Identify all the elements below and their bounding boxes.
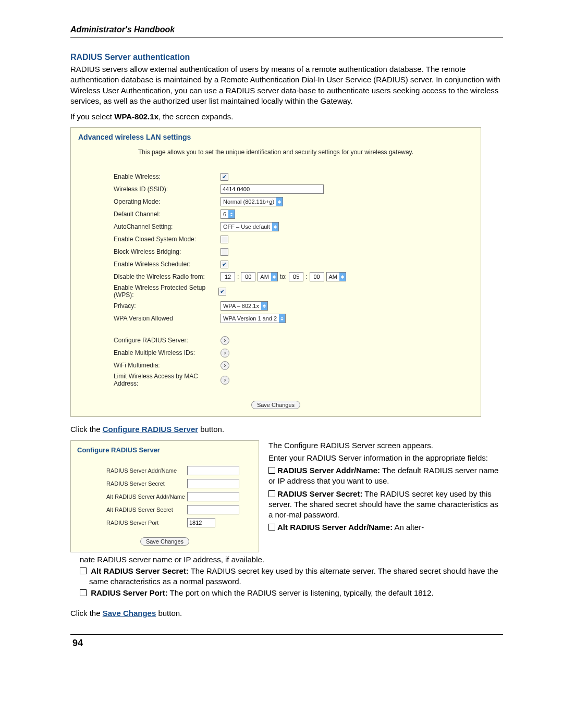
chevron-updown-icon bbox=[339, 273, 346, 281]
click-configure-line: Click the Configure RADIUS Server button… bbox=[70, 424, 503, 435]
bullet-icon bbox=[80, 567, 87, 574]
block-bridging-label: Block Wireless Bridging: bbox=[114, 248, 221, 255]
radius-addr-label: RADIUS Server Addr/Name bbox=[106, 467, 187, 474]
configure-radius-button[interactable] bbox=[221, 336, 229, 345]
mac-limit-label: Limit Wireless Access by MAC Address: bbox=[114, 373, 221, 387]
wps-checkbox[interactable] bbox=[218, 288, 226, 295]
alt-addr-input[interactable] bbox=[187, 492, 239, 501]
enable-wireless-label: Enable Wireless: bbox=[114, 173, 221, 180]
bullet-port: RADIUS Server Port: The port on which th… bbox=[70, 588, 503, 598]
multi-ssid-label: Enable Multiple Wireless IDs: bbox=[114, 349, 221, 356]
chevron-updown-icon bbox=[271, 273, 277, 281]
bullet-secret: RADIUS Server Secret: The RADIUS secret … bbox=[268, 489, 503, 521]
privacy-select[interactable]: WPA – 802.1x bbox=[221, 301, 268, 311]
chevron-updown-icon bbox=[279, 314, 285, 323]
ssid-label: Wireless ID (SSID): bbox=[114, 186, 221, 193]
radius-port-label: RADIUS Server Port bbox=[106, 520, 187, 526]
from-ampm-select[interactable]: AM bbox=[258, 272, 278, 281]
right-line1: The Configure RADIUS Server screen appea… bbox=[268, 440, 503, 451]
alt-secret-input[interactable] bbox=[187, 505, 239, 514]
panel1-subtitle: This page allows you to set the unique i… bbox=[78, 149, 473, 156]
configure-radius-panel: Configure RADIUS Server RADIUS Server Ad… bbox=[70, 440, 259, 552]
block-bridging-checkbox[interactable] bbox=[221, 248, 228, 256]
right-line2: Enter your RADIUS Server information in … bbox=[268, 453, 503, 463]
save-changes-button-2[interactable]: Save Changes bbox=[140, 537, 189, 546]
bullet-icon bbox=[268, 524, 275, 530]
alt-secret-label: Alt RADIUS Server Secret bbox=[106, 507, 187, 513]
mac-limit-button[interactable] bbox=[221, 376, 229, 385]
section-heading: RADIUS Server authentication bbox=[70, 53, 503, 62]
chevron-updown-icon bbox=[276, 198, 283, 206]
alt-addr-label: Alt RADIUS Server Addr/Name bbox=[106, 493, 187, 500]
select-mode: WPA-802.1x bbox=[114, 112, 158, 121]
default-channel-select[interactable]: 6 bbox=[221, 209, 235, 219]
privacy-label: Privacy: bbox=[114, 302, 221, 310]
chevron-updown-icon bbox=[272, 223, 278, 231]
from-hour-input[interactable] bbox=[221, 272, 235, 281]
to-hour-input[interactable] bbox=[289, 272, 303, 281]
chevron-updown-icon bbox=[228, 210, 235, 218]
bullet-icon bbox=[80, 589, 87, 596]
closed-system-checkbox[interactable] bbox=[221, 236, 228, 243]
disable-from-label: Disable the Wireless Radio from: bbox=[114, 273, 221, 280]
cont-line1: nate RADIUS server name or IP address, i… bbox=[70, 554, 503, 565]
click-save-line: Click the Save Changes button. bbox=[70, 608, 503, 619]
wpa-version-label: WPA Version Allowed bbox=[114, 315, 221, 322]
right-text: The Configure RADIUS Server screen appea… bbox=[268, 440, 503, 535]
default-channel-label: Default Channel: bbox=[114, 211, 221, 218]
book-title: Administrator's Handbook bbox=[70, 25, 503, 34]
radius-addr-input[interactable] bbox=[187, 466, 239, 475]
autochannel-select[interactable]: OFF – Use default bbox=[221, 222, 279, 231]
panel2-title: Configure RADIUS Server bbox=[77, 446, 252, 454]
panel1-title: Advanced wireless LAN settings bbox=[78, 133, 473, 141]
wmm-button[interactable] bbox=[221, 361, 229, 370]
save-changes-button[interactable]: Save Changes bbox=[251, 401, 300, 409]
bullet-icon bbox=[268, 490, 275, 497]
bullet-icon bbox=[268, 467, 275, 474]
rule-bottom bbox=[70, 634, 503, 635]
wps-label: Enable Wireless Protected Setup (WPS): bbox=[114, 284, 221, 299]
autochannel-value: OFF – Use default bbox=[223, 224, 272, 230]
page-number: 94 bbox=[70, 638, 503, 649]
rule-top bbox=[70, 38, 503, 38]
multi-ssid-button[interactable] bbox=[221, 349, 229, 357]
save-changes-link[interactable]: Save Changes bbox=[103, 609, 156, 618]
scheduler-label: Enable Wireless Scheduler: bbox=[114, 261, 221, 268]
from-min-input[interactable] bbox=[241, 272, 255, 281]
radius-port-input[interactable] bbox=[187, 518, 215, 527]
wpa-version-select[interactable]: WPA Version 1 and 2 bbox=[221, 314, 286, 323]
wireless-settings-panel: Advanced wireless LAN settings This page… bbox=[70, 127, 481, 417]
enable-wireless-checkbox[interactable] bbox=[221, 173, 228, 181]
wmm-label: WiFi Multimedia: bbox=[114, 362, 221, 369]
configure-radius-link[interactable]: Configure RADIUS Server bbox=[103, 425, 198, 434]
intro-paragraph: RADIUS servers allow external authentica… bbox=[70, 64, 503, 106]
to-min-input[interactable] bbox=[310, 272, 324, 281]
select-suffix: , the screen expands. bbox=[158, 112, 233, 121]
scheduler-checkbox[interactable] bbox=[221, 261, 228, 268]
to-ampm-select[interactable]: AM bbox=[326, 272, 347, 281]
operating-mode-label: Operating Mode: bbox=[114, 198, 221, 205]
ssid-input[interactable] bbox=[221, 184, 324, 194]
wpa-version-value: WPA Version 1 and 2 bbox=[223, 315, 279, 322]
operating-mode-select[interactable]: Normal (802.11b+g) bbox=[221, 197, 283, 206]
select-line: If you select WPA-802.1x, the screen exp… bbox=[70, 112, 503, 122]
closed-system-label: Enable Closed System Mode: bbox=[114, 236, 221, 243]
radius-secret-label: RADIUS Server Secret bbox=[106, 480, 187, 487]
bullet-alt-addr: Alt RADIUS Server Addr/Name: An alter- bbox=[268, 522, 503, 533]
chevron-updown-icon bbox=[261, 302, 267, 310]
bullet-addr: RADIUS Server Addr/Name: The default RAD… bbox=[268, 465, 503, 487]
bullet-alt-secret: Alt RADIUS Server Secret: The RADIUS sec… bbox=[70, 566, 503, 587]
autochannel-label: AutoChannel Setting: bbox=[114, 223, 221, 230]
privacy-value: WPA – 802.1x bbox=[223, 303, 261, 309]
default-channel-value: 6 bbox=[223, 211, 228, 217]
radius-secret-input[interactable] bbox=[187, 479, 239, 488]
to-label: to: bbox=[280, 273, 287, 280]
select-prefix: If you select bbox=[70, 112, 114, 121]
operating-mode-value: Normal (802.11b+g) bbox=[223, 199, 276, 205]
configure-radius-label: Configure RADIUS Server: bbox=[114, 337, 221, 344]
